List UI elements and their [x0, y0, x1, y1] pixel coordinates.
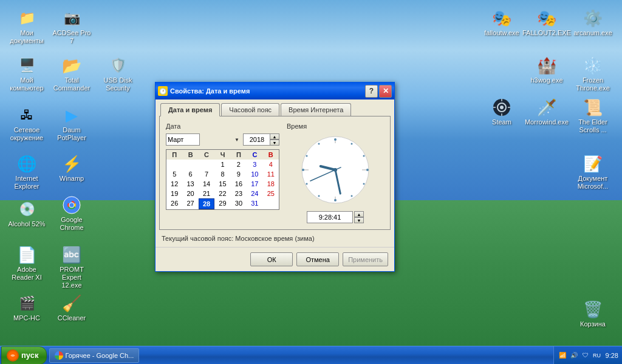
tray-icon-network[interactable]: 📶 — [558, 351, 567, 360]
desktop-icon-steam[interactable]: Steam — [480, 95, 524, 129]
cal-cell-15[interactable]: 15 — [214, 179, 230, 189]
cal-cell-27[interactable]: 27 — [182, 198, 198, 209]
cal-cell-30[interactable]: 30 — [231, 198, 247, 209]
cal-cell-empty[interactable] — [263, 198, 279, 209]
cal-cell-21[interactable]: 21 — [199, 189, 214, 198]
computer-icon: 🖥️ — [17, 56, 36, 75]
year-up-button[interactable]: ▲ — [270, 133, 279, 140]
month-select[interactable]: Январь Февраль Март Апрель Май Июнь Июль… — [166, 133, 200, 146]
cal-cell-3[interactable]: 3 — [247, 160, 262, 169]
cal-cell[interactable] — [182, 160, 198, 169]
apply-button[interactable]: Применить — [343, 252, 388, 266]
desktop-icon-my-computer[interactable]: 🖥️ Мойкомпьютер — [5, 53, 49, 95]
tray-time: 9:28 — [603, 352, 618, 359]
cal-hdr-wed: С — [199, 150, 214, 160]
desktop-icon-ccleaner[interactable]: 🧹 CCleaner — [50, 291, 94, 325]
cal-cell-18[interactable]: 18 — [263, 179, 279, 189]
cal-cell-23[interactable]: 23 — [231, 189, 247, 198]
cal-cell-1[interactable]: 1 — [214, 160, 230, 169]
cal-cell-9[interactable]: 9 — [231, 169, 247, 179]
start-button[interactable]: пуск — [1, 346, 47, 365]
cal-cell[interactable] — [199, 160, 214, 169]
morrowind-icon: 🗡️ — [537, 98, 556, 117]
desktop-icon-fallout2[interactable]: 🎭 FALLOUT2.EXE — [525, 6, 569, 39]
start-icon — [7, 349, 19, 362]
cal-cell-14[interactable]: 14 — [199, 179, 214, 189]
cal-cell-10[interactable]: 10 — [247, 169, 262, 179]
svg-point-5 — [500, 106, 504, 109]
cal-cell-8[interactable]: 8 — [214, 169, 230, 179]
cal-cell-6[interactable]: 6 — [182, 169, 198, 179]
desktop-icon-my-docs[interactable]: 📁 Моидокументы — [5, 6, 49, 47]
cal-cell-31[interactable]: 31 — [247, 198, 262, 209]
cal-cell-5[interactable]: 5 — [166, 169, 182, 179]
cal-cell-20[interactable]: 20 — [182, 189, 198, 198]
desktop-icon-h3wog[interactable]: 🏰 h3wog.exe — [525, 53, 569, 87]
desktop-icon-doc-ms[interactable]: 📝 ДокументMicrosof... — [571, 152, 615, 193]
desktop-icon-frozen[interactable]: ❄️ FrozenThrone.exe — [571, 53, 615, 95]
help-button[interactable]: ? — [365, 85, 378, 98]
desktop: 📁 Моидокументы 📷 ACDSee Pro 7 🖥️ Мойкомп… — [0, 0, 622, 364]
tab-datetime[interactable]: Дата и время — [160, 103, 220, 116]
cal-hdr-thu: Ч — [214, 150, 230, 160]
cal-cell-29[interactable]: 29 — [214, 198, 230, 209]
cancel-button[interactable]: Отмена — [296, 252, 339, 266]
cal-cell-17[interactable]: 17 — [247, 179, 262, 189]
desktop-icon-mpc[interactable]: 🎬 MPC-HC — [5, 291, 49, 325]
desktop-icon-ie[interactable]: 🌐 InternetExplorer — [5, 152, 49, 193]
winamp-icon: ⚡ — [62, 154, 81, 174]
desktop-icon-chrome[interactable]: Google Chrome — [50, 193, 94, 234]
svg-point-26 — [333, 168, 337, 172]
time-down-button[interactable]: ▼ — [354, 217, 364, 223]
desktop-icon-fallout1[interactable]: 🎭 falloutw.exe — [480, 6, 524, 39]
cal-cell-2[interactable]: 2 — [231, 160, 247, 169]
recycle-icon: 🗑️ — [583, 300, 603, 319]
desktop-icon-total-commander[interactable]: 📂 TotalCommander — [50, 53, 94, 95]
cal-cell-16[interactable]: 16 — [231, 179, 247, 189]
ok-button[interactable]: ОК — [250, 252, 293, 266]
tray-icon-volume[interactable]: 🔊 — [569, 351, 579, 360]
desktop-icon-promt[interactable]: 🔤 PROMT Expert12.exe — [50, 243, 94, 292]
cal-cell-13[interactable]: 13 — [182, 179, 198, 189]
cal-cell-7[interactable]: 7 — [199, 169, 214, 179]
desktop-icon-adobe[interactable]: 📄 Adobe Reader XI — [5, 243, 49, 284]
tray-icon-security[interactable]: 🛡 — [581, 351, 590, 360]
cal-cell-22[interactable]: 22 — [214, 189, 230, 198]
svg-point-18 — [318, 195, 320, 197]
cal-cell-24[interactable]: 24 — [247, 189, 262, 198]
taskbar-active-item[interactable]: Горячее - Google Ch... — [49, 348, 140, 363]
cal-cell-12[interactable]: 12 — [166, 179, 182, 189]
desktop-icon-alcohol[interactable]: 💿 Alcohol 52% — [5, 197, 49, 231]
desktop-icon-arcanum[interactable]: ⚙️ arcanum.exe — [571, 6, 615, 39]
mpc-icon: 🎬 — [17, 294, 36, 313]
alcohol-icon: 💿 — [17, 200, 36, 219]
time-input[interactable] — [307, 211, 353, 223]
cal-cell-4[interactable]: 4 — [263, 160, 279, 169]
desktop-icon-elder[interactable]: 📜 The ElderScrolls ... — [571, 95, 615, 136]
cal-cell-19[interactable]: 19 — [166, 189, 182, 198]
tab-timezone[interactable]: Часовой пояс — [221, 103, 279, 116]
cal-cell-26[interactable]: 26 — [166, 198, 182, 209]
year-down-button[interactable]: ▼ — [270, 140, 279, 146]
cal-cell-11[interactable]: 11 — [263, 169, 279, 179]
time-up-button[interactable]: ▲ — [354, 211, 364, 217]
close-button[interactable]: ✕ — [379, 85, 392, 98]
ie-icon: 🌐 — [17, 154, 36, 174]
year-spinners: ▲ ▼ — [270, 133, 279, 146]
svg-point-11 — [334, 138, 337, 141]
desktop-icon-morrowind[interactable]: 🗡️ Morrowind.exe — [525, 95, 569, 129]
desktop-icon-acdsee[interactable]: 📷 ACDSee Pro 7 — [50, 6, 94, 47]
cal-cell-28-today[interactable]: 28 — [199, 198, 214, 209]
svg-point-13 — [363, 155, 365, 157]
tab-internet-time[interactable]: Время Интернета — [281, 103, 351, 116]
desktop-icon-daum[interactable]: ▶ DaumPotPlayer — [50, 103, 94, 144]
desktop-icon-network[interactable]: 🖧 Сетевоеокружение — [5, 103, 49, 144]
clock-face — [299, 133, 372, 206]
desktop-icon-recycle[interactable]: 🗑️ Корзина — [571, 297, 615, 331]
desktop-icon-usb-disk[interactable]: 🛡️ USB DiskSecurity — [96, 53, 140, 95]
taskbar-tray: 📶 🔊 🛡 RU 9:28 — [553, 346, 622, 364]
cal-cell-25[interactable]: 25 — [263, 189, 279, 198]
tray-icon-lang[interactable]: RU — [592, 351, 602, 360]
cal-cell[interactable] — [166, 160, 182, 169]
desktop-icon-winamp[interactable]: ⚡ Winamp — [50, 152, 94, 185]
